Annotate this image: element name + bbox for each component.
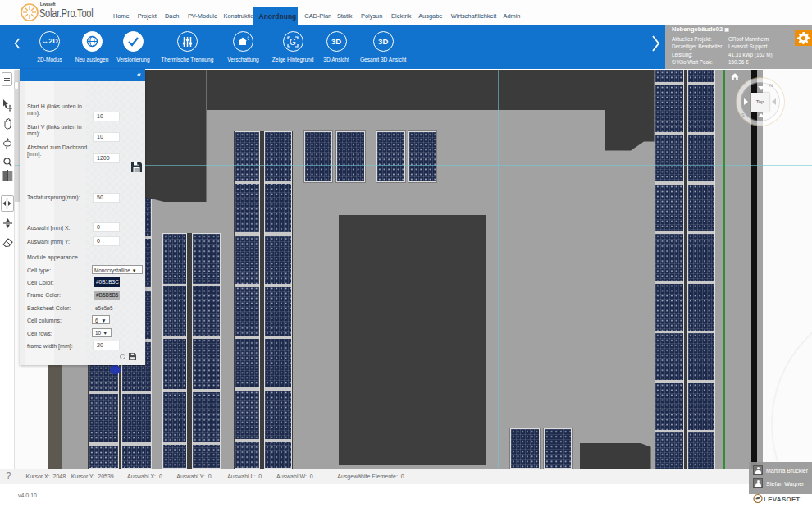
svg-text:G: G: [290, 37, 296, 46]
